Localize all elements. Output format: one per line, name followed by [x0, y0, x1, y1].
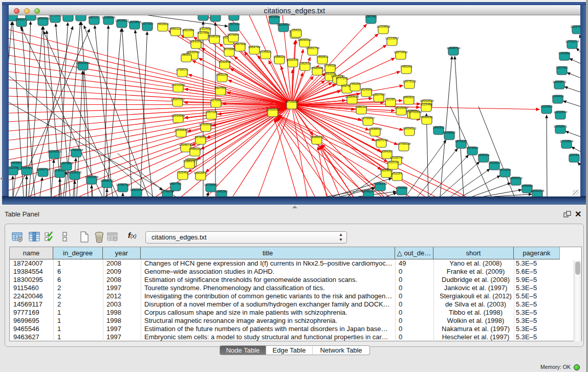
svg-text:6879197: 6879197: [455, 140, 467, 143]
svg-text:3498222: 3498222: [189, 147, 201, 150]
svg-text:25419: 25419: [292, 29, 301, 32]
svg-text:13748244: 13748244: [161, 190, 175, 193]
svg-text:8322037: 8322037: [287, 58, 299, 61]
svg-text:10807487: 10807487: [372, 93, 386, 96]
svg-text:16914479: 16914479: [194, 171, 208, 174]
svg-text:20053346: 20053346: [76, 61, 90, 64]
svg-text:7955812: 7955812: [316, 55, 329, 58]
svg-text:8471676: 8471676: [499, 168, 511, 171]
svg-text:19218506: 19218506: [277, 23, 291, 26]
svg-text:15136141: 15136141: [374, 182, 387, 185]
svg-text:8660123: 8660123: [169, 27, 182, 30]
svg-text:15720407: 15720407: [361, 117, 375, 120]
svg-text:6217026: 6217026: [141, 22, 154, 25]
svg-text:9146821: 9146821: [259, 50, 272, 53]
svg-text:116753: 116753: [569, 154, 579, 157]
svg-text:12213967: 12213967: [385, 37, 399, 40]
svg-text:19166825: 19166825: [175, 128, 188, 132]
svg-text:10688609: 10688609: [368, 127, 382, 130]
svg-text:2087682: 2087682: [365, 15, 377, 18]
svg-text:1156829: 1156829: [21, 166, 33, 169]
svg-text:8990448: 8990448: [311, 67, 323, 70]
svg-text:4245263: 4245263: [215, 190, 228, 193]
svg-text:12213389: 12213389: [171, 83, 185, 86]
svg-text:746266: 746266: [350, 82, 361, 85]
svg-text:20691406: 20691406: [36, 17, 50, 20]
svg-text:7663822: 7663822: [157, 23, 169, 26]
svg-text:17957255: 17957255: [85, 176, 99, 179]
svg-text:9657791: 9657791: [169, 182, 182, 185]
svg-text:7357224: 7357224: [228, 23, 240, 26]
svg-text:9115460: 9115460: [421, 103, 433, 106]
svg-text:20206535: 20206535: [48, 150, 61, 153]
svg-text:16210643: 16210643: [554, 111, 568, 114]
svg-text:5938923: 5938923: [443, 131, 455, 134]
svg-text:3675685: 3675685: [223, 48, 235, 51]
svg-text:1362615: 1362615: [299, 62, 311, 65]
svg-text:9463627: 9463627: [403, 96, 415, 99]
svg-text:15716485: 15716485: [204, 183, 218, 186]
svg-text:12541238: 12541238: [531, 189, 545, 192]
svg-text:19654923: 19654923: [403, 127, 417, 130]
svg-text:6794028: 6794028: [324, 64, 336, 67]
svg-text:8186328: 8186328: [208, 35, 221, 38]
svg-text:12505135: 12505135: [68, 171, 82, 174]
svg-text:2935114: 2935114: [478, 154, 490, 157]
svg-text:17359924: 17359924: [70, 148, 83, 151]
svg-text:18524851: 18524851: [380, 169, 394, 172]
svg-text:1640912: 1640912: [432, 126, 445, 129]
svg-text:15180586: 15180586: [102, 16, 116, 19]
svg-text:23302023: 23302023: [266, 108, 280, 111]
svg-text:16154808: 16154808: [377, 25, 390, 28]
svg-text:1244419: 1244419: [552, 95, 564, 98]
svg-text:9474444: 9474444: [466, 146, 478, 149]
svg-text:13045349: 13045349: [362, 190, 376, 193]
svg-text:9699695: 9699695: [421, 116, 433, 119]
svg-text:3624554: 3624554: [360, 88, 373, 91]
svg-text:15751074: 15751074: [565, 40, 579, 43]
svg-text:1815132: 1815132: [387, 161, 399, 164]
svg-text:10973493: 10973493: [394, 51, 408, 54]
svg-text:18992829: 18992829: [420, 99, 434, 102]
svg-text:8912954: 8912954: [182, 29, 194, 32]
svg-text:6357277: 6357277: [88, 16, 100, 19]
svg-text:8427552: 8427552: [214, 86, 227, 90]
svg-text:19756928: 19756928: [397, 142, 411, 145]
svg-text:16648784: 16648784: [447, 47, 461, 50]
svg-text:10923468: 10923468: [130, 188, 144, 191]
svg-text:9084067: 9084067: [381, 150, 393, 153]
svg-text:7625402: 7625402: [177, 171, 189, 174]
svg-text:7986322: 7986322: [355, 105, 367, 108]
svg-text:19384554: 19384554: [310, 136, 324, 139]
svg-text:9875847: 9875847: [227, 33, 239, 36]
svg-text:7632621: 7632621: [488, 161, 500, 164]
svg-text:10958117: 10958117: [100, 179, 114, 182]
svg-text:12416912: 12416912: [115, 19, 129, 22]
svg-text:3267130: 3267130: [205, 111, 217, 114]
svg-text:16782759: 16782759: [116, 183, 130, 186]
svg-text:7485063: 7485063: [400, 65, 412, 68]
svg-text:20364436: 20364436: [345, 95, 359, 98]
svg-text:16961755: 16961755: [306, 47, 320, 50]
svg-text:4429607: 4429607: [10, 161, 23, 164]
svg-text:4112034: 4112034: [9, 166, 19, 169]
svg-text:9129966: 9129966: [558, 52, 571, 55]
svg-text:9245652: 9245652: [521, 184, 533, 187]
svg-text:21257684: 21257684: [571, 25, 580, 28]
svg-text:252254: 252254: [392, 172, 403, 175]
svg-text:16107553: 16107553: [171, 98, 185, 101]
svg-text:18640910: 18640910: [298, 38, 312, 41]
svg-text:9227343: 9227343: [556, 66, 568, 69]
svg-text:10323815: 10323815: [128, 20, 142, 24]
svg-text:17016504: 17016504: [560, 140, 574, 143]
svg-text:12942757: 12942757: [36, 168, 50, 171]
svg-text:98901: 98901: [182, 53, 191, 56]
svg-text:10046736: 10046736: [179, 143, 193, 146]
svg-text:9242848: 9242848: [219, 60, 231, 63]
svg-text:12975115: 12975115: [403, 80, 417, 83]
svg-text:19654985: 19654985: [171, 114, 185, 117]
svg-text:20772475: 20772475: [49, 15, 62, 17]
svg-text:10334531: 10334531: [61, 15, 75, 16]
svg-text:5188470: 5188470: [183, 160, 195, 163]
svg-text:62160: 62160: [386, 98, 395, 101]
